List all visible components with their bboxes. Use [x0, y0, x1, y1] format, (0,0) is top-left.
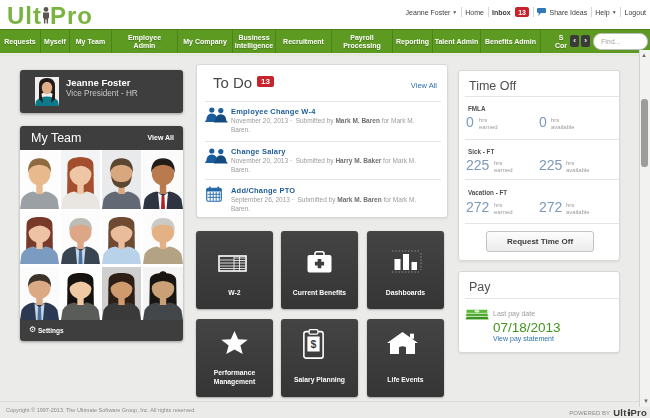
svg-text:$: $ [311, 338, 317, 350]
